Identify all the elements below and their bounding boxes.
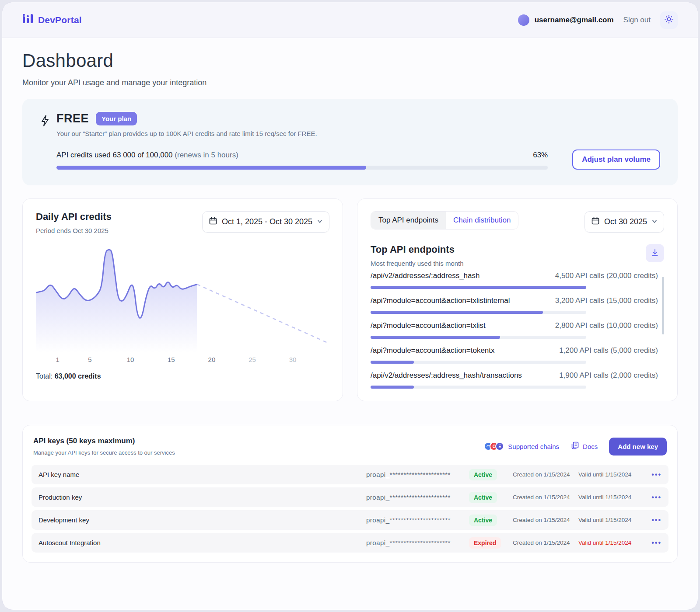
api-key-valid-date: Valid until 1/15/2024 [578,471,644,478]
daily-credits-card: Daily API credits Period ends Oct 30 202… [22,198,343,401]
date-range-selector[interactable]: Oct 1, 2025 - Oct 30 2025 [202,211,329,233]
api-key-row: Production keyproapi_*******************… [32,487,668,507]
api-key-menu-button[interactable]: ••• [651,539,662,546]
endpoint-path: /api?module=account&action=txlistinterna… [371,296,510,305]
calendar-icon [209,216,217,227]
endpoint-stats: 3,200 API calls (15,000 credits) [555,296,658,305]
api-key-created-date: Created on 1/15/2024 [513,494,578,501]
api-key-value: proapi_********************** [366,494,469,501]
devportal-logo-icon [22,13,34,28]
theme-toggle-button[interactable] [660,11,678,29]
logo[interactable]: DevPortal [22,13,82,28]
endpoint-path: /api?module=account&action=tokentx [371,346,495,355]
api-keys-subtitle: Manage your API keys for secure access t… [33,449,175,456]
api-keys-title: API keys (50 keys maximum) [33,437,175,445]
supported-chains-label: Supported chains [508,443,559,450]
x-tick-label: 10 [127,356,134,363]
api-key-name: Production key [38,494,366,501]
api-key-valid-date: Valid until 1/15/2024 [578,494,644,501]
api-keys-table: API key nameproapi_*********************… [32,465,668,553]
usage-percent: 63% [533,151,548,160]
endpoint-usage-bar-fill [371,336,500,339]
chain-logos-icon: ◠ C Ξ [484,442,504,451]
endpoints-date-value: Oct 30 2025 [604,217,647,226]
api-key-name: Development key [38,516,366,524]
endpoint-row: /api?module=account&action=tokentx1,200 … [371,346,658,364]
endpoints-date-selector[interactable]: Oct 30 2025 [584,211,664,233]
app-window: DevPortal username@gmail.com Sign out [2,2,698,610]
usage-progress-bar [56,166,548,170]
api-key-menu-button[interactable]: ••• [651,517,662,524]
chart-projection-line [197,284,329,344]
download-icon [651,248,659,258]
daily-credits-period: Period ends Oct 30 2025 [36,227,112,234]
endpoint-usage-bar-fill [371,311,543,314]
plan-card: FREE Your plan Your our “Starter” plan p… [22,99,678,185]
account-info: username@gmail.com [518,14,614,26]
api-key-status-badge: Active [469,515,497,526]
api-key-name: API key name [38,471,366,478]
api-key-value: proapi_********************** [366,471,469,478]
api-key-value: proapi_********************** [366,539,469,546]
endpoint-usage-bar [371,336,586,339]
account-email: username@gmail.com [535,16,614,24]
add-new-key-button[interactable]: Add new key [609,438,667,456]
api-keys-card: API keys (50 keys maximum) Manage your A… [22,425,678,563]
chart-total-value: 63,000 credits [55,372,101,380]
usage-text: API credits used 63 000 of 100,000 (rene… [56,151,238,160]
endpoint-usage-bar-fill [371,286,586,289]
daily-credits-title: Daily API credits [36,211,112,223]
api-key-menu-button[interactable]: ••• [651,471,662,478]
chart-total: Total: 63,000 credits [36,372,329,380]
endpoint-row: /api/v2/addresses/:address_hash/transact… [371,371,658,389]
lightning-bolt-icon [40,112,50,170]
api-key-status-badge: Active [469,492,497,503]
endpoint-stats: 4,500 API calls (20,000 credits) [555,271,658,280]
api-key-created-date: Created on 1/15/2024 [513,539,578,546]
page-title: Dashboard [22,50,678,71]
x-tick-label: 5 [88,356,91,363]
supported-chains-link[interactable]: ◠ C Ξ Supported chains [484,442,559,451]
sun-icon [664,14,674,25]
api-key-value: proapi_********************** [366,516,469,524]
endpoint-path: /api/v2/addresses/:address_hash/transact… [371,371,522,380]
top-header: DevPortal username@gmail.com Sign out [2,2,698,38]
plan-badge: Your plan [96,112,137,125]
avatar [518,14,529,26]
adjust-plan-button[interactable]: Adjust plan volume [572,150,660,170]
sign-out-link[interactable]: Sign out [623,16,651,24]
endpoints-title: Top API endpoints [371,244,464,255]
endpoints-subtitle: Most frequently used this month [371,260,464,267]
tab-top-api-endpoints[interactable]: Top API endpoints [371,212,446,229]
api-key-row: API key nameproapi_*********************… [32,465,668,484]
tab-chain-distribution[interactable]: Chain distribution [446,212,518,229]
endpoint-usage-bar [371,286,586,289]
usage-renew-note: (renews in 5 hours) [175,151,238,159]
docs-link[interactable]: Docs [570,441,598,452]
endpoint-usage-bar-fill [371,386,414,389]
api-key-menu-button[interactable]: ••• [651,494,662,501]
chevron-down-icon [651,217,658,226]
usage-progress-fill [56,166,366,170]
api-key-name: Autoscout Integration [38,539,366,546]
x-tick-label: 1 [56,356,59,363]
api-key-status-badge: Active [469,469,497,480]
endpoint-row: /api?module=account&action=txlistinterna… [371,296,658,314]
page-subtitle: Monitor your API usage and manage your i… [22,78,678,87]
endpoints-scrollbar[interactable] [662,277,664,334]
plan-name: FREE [56,112,89,125]
logo-text: DevPortal [38,15,82,25]
endpoint-row: /api?module=account&action=txlist2,800 A… [371,321,658,339]
endpoint-row: /api/v2/addresses/:address_hash4,500 API… [371,271,658,289]
x-tick-label: 20 [208,356,216,363]
api-key-created-date: Created on 1/15/2024 [513,517,578,523]
endpoint-stats: 1,200 API calls (5,000 credits) [559,346,658,355]
api-key-created-date: Created on 1/15/2024 [513,471,578,478]
plan-description: Your our “Starter” plan provides up to 1… [56,130,660,137]
chart-area-fill [36,250,197,352]
calendar-icon [591,216,600,227]
api-key-row: Autoscout Integrationproapi_************… [32,533,668,553]
download-button[interactable] [646,244,664,262]
docs-label: Docs [583,443,598,450]
daily-credits-chart: 151015202530 [36,242,329,365]
